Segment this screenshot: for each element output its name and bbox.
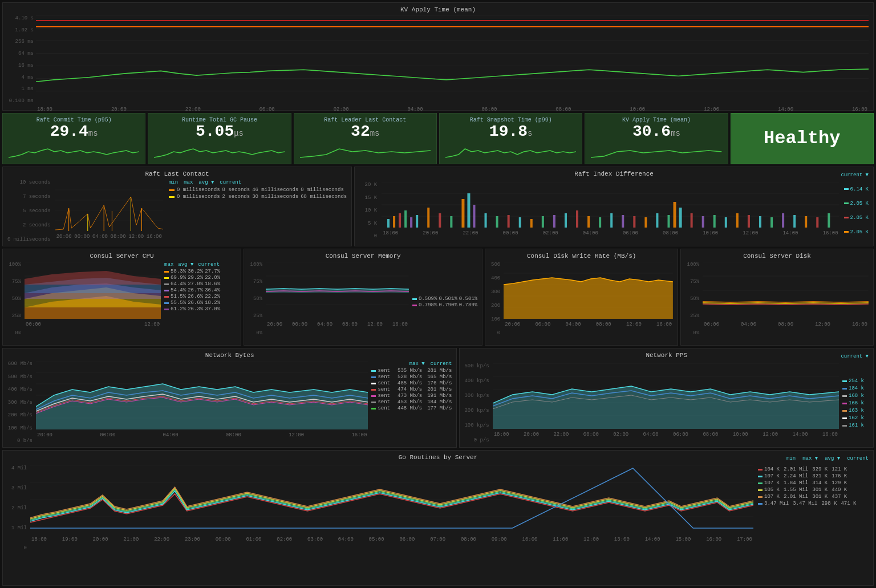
svg-rect-33 xyxy=(462,199,465,228)
net-pps-title: Network PPS xyxy=(566,352,768,359)
svg-rect-49 xyxy=(634,216,636,228)
svg-rect-43 xyxy=(565,213,567,228)
raft-last-contact-title: Raft Last Contact xyxy=(7,171,347,177)
svg-rect-39 xyxy=(519,217,521,228)
kv-chart-area: 18:00 20:00 22:00 00:00 02:00 04:00 06:0… xyxy=(36,15,869,104)
kv-apply-time-title: KV Apply Time (mean) xyxy=(7,6,869,13)
disk-write-x-axis: 20:00 00:00 04:00 08:00 12:00 16:00 xyxy=(504,322,673,327)
svg-rect-50 xyxy=(645,217,647,228)
network-bytes-panel: Network Bytes 600 Mb/s 500 Mb/s 400 Mb/s… xyxy=(2,348,457,448)
svg-marker-87 xyxy=(504,278,673,319)
stat-kv-apply: KV Apply Time (mean) 30.6ms xyxy=(585,113,728,164)
raft-lc-x-axis: 20:00 00:00 04:00 08:00 12:00 16:00 xyxy=(55,234,163,240)
svg-marker-76 xyxy=(25,271,161,285)
svg-rect-30 xyxy=(427,208,429,228)
stat-healthy: Healthy xyxy=(731,113,874,164)
stat-value-leader: 32ms xyxy=(300,124,431,140)
network-row: Network Bytes 600 Mb/s 500 Mb/s 400 Mb/s… xyxy=(2,348,874,448)
net-pps-y-axis: 500 kp/s 400 kp/s 300 kp/s 200 kp/s 100 … xyxy=(464,363,491,443)
stat-snapshot: Raft Snapshot Time (p99) 19.8s xyxy=(439,113,582,164)
cpu-x-axis: 00:00 12:00 xyxy=(25,322,161,327)
raft-idx-values: 6.14 K 2.05 K 2.05 K 2.05 K xyxy=(842,182,869,239)
svg-rect-27 xyxy=(404,210,407,228)
raft-index-current-label: current ▼ xyxy=(741,172,869,178)
raft-index-diff-panel: Raft Index Difference current ▼ 20 K 15 … xyxy=(354,167,874,246)
network-pps-panel: Network PPS current ▼ 500 kp/s 400 kp/s … xyxy=(459,348,874,448)
server-disk-panel: Consul Server Disk 100% 75% 50% 25% 0% xyxy=(680,249,874,346)
raft-lc-legend: min max avg ▼ current 0 milliseconds 8 s… xyxy=(165,180,347,242)
net-bytes-y-axis: 600 Mb/s 500 Mb/s 400 Mb/s 300 Mb/s 200 … xyxy=(7,361,35,444)
charts-row: Consul Server CPU 100% 75% 50% 25% 0% xyxy=(2,249,874,346)
cpu-y-axis: 100% 75% 50% 25% 0% xyxy=(7,262,23,336)
stat-row: Raft Commit Time (p95) 29.4ms Runtime To… xyxy=(2,113,874,164)
svg-rect-67 xyxy=(828,213,830,228)
stat-value-kv: 30.6ms xyxy=(591,124,721,140)
mid-section: Raft Last Contact 10 seconds 7 seconds 5… xyxy=(2,167,874,246)
svg-rect-44 xyxy=(576,210,578,228)
disk-write-chart-area: 20:00 00:00 04:00 08:00 12:00 16:00 xyxy=(504,262,673,336)
svg-rect-64 xyxy=(793,215,796,228)
svg-rect-41 xyxy=(542,216,544,228)
svg-rect-57 xyxy=(713,215,716,228)
svg-rect-55 xyxy=(691,213,693,228)
svg-rect-62 xyxy=(770,217,773,228)
dashboard: KV Apply Time (mean) 4.10 s 1.02 s 256 m… xyxy=(0,0,876,588)
svg-rect-59 xyxy=(736,213,739,228)
stat-value-raft-commit: 29.4ms xyxy=(9,124,139,140)
svg-rect-25 xyxy=(393,216,395,228)
raft-index-diff-title: Raft Index Difference xyxy=(486,171,741,177)
svg-rect-60 xyxy=(748,215,750,228)
raft-idx-chart-area: 18:00 20:00 22:00 00:00 02:00 04:00 06:0… xyxy=(382,182,839,239)
memory-title: Consul Server Memory xyxy=(249,253,477,259)
raft-idx-y-axis: 20 K 15 K 10 K 5 K 0 xyxy=(359,182,379,239)
cpu-title: Consul Server CPU xyxy=(7,253,236,259)
memory-x-axis: 20:00 00:00 04:00 08:00 12:00 16:00 xyxy=(266,322,409,327)
kv-apply-time-chart: KV Apply Time (mean) 4.10 s 1.02 s 256 m… xyxy=(2,2,874,111)
server-disk-chart-area: 00:00 04:00 08:00 12:00 16:00 xyxy=(703,262,869,336)
svg-rect-36 xyxy=(485,213,487,228)
svg-rect-47 xyxy=(610,213,613,228)
net-bytes-title: Network Bytes xyxy=(7,352,452,359)
memory-legend: 0.509%0.501%0.501% 0.798%0.790%0.789% xyxy=(410,262,477,336)
consul-cpu-panel: Consul Server CPU 100% 75% 50% 25% 0% xyxy=(2,249,241,346)
net-bytes-legend: max ▼ current sent535 Mb/s281 Mb/s sent5… xyxy=(369,361,452,444)
svg-rect-66 xyxy=(816,217,818,228)
kv-x-axis: 18:00 20:00 22:00 00:00 02:00 04:00 06:0… xyxy=(36,107,869,112)
svg-rect-58 xyxy=(725,217,727,228)
server-disk-y-axis: 100% 75% 50% 25% 0% xyxy=(686,262,701,336)
goroutines-legend: 104 K2.01 Mil329 K121 K 107 K2.24 Mil321… xyxy=(755,465,869,551)
goroutines-x-axis: 18:00 19:00 20:00 21:00 22:00 23:00 00:0… xyxy=(30,537,753,542)
raft-lc-y-axis: 10 seconds 7 seconds 5 seconds 2 seconds… xyxy=(7,180,53,242)
raft-idx-x-axis: 18:00 20:00 22:00 00:00 02:00 04:00 06:0… xyxy=(382,230,839,236)
svg-rect-26 xyxy=(399,213,401,228)
svg-rect-51 xyxy=(656,213,659,228)
svg-rect-42 xyxy=(553,215,555,228)
svg-rect-37 xyxy=(496,216,498,228)
stat-value-snapshot: 19.8s xyxy=(445,124,576,140)
kv-y-axis: 4.10 s 1.02 s 256 ms 64 ms 16 ms 4 ms 1 … xyxy=(7,15,36,104)
stat-gc-pause: Runtime Total GC Pause 5.05μs xyxy=(148,113,291,164)
svg-rect-61 xyxy=(759,216,761,228)
svg-rect-65 xyxy=(805,216,807,228)
server-disk-title: Consul Server Disk xyxy=(686,253,869,259)
stat-raft-commit: Raft Commit Time (p95) 29.4ms xyxy=(2,113,145,164)
goroutines-title: Go Routines by Server xyxy=(223,454,654,461)
svg-rect-53 xyxy=(674,202,676,228)
svg-rect-35 xyxy=(473,205,476,228)
goroutines-y-axis: 4 Mil 3 Mil 2 Mil 1 Mil 0 xyxy=(7,465,29,551)
goroutines-chart-area: 18:00 19:00 20:00 21:00 22:00 23:00 00:0… xyxy=(30,465,753,551)
svg-rect-63 xyxy=(782,213,784,228)
net-pps-x-axis: 18:00 20:00 22:00 00:00 02:00 04:00 06:0… xyxy=(493,432,839,437)
stat-value-healthy: Healthy xyxy=(764,129,840,148)
cpu-legend: max avg ▼ current 58.3%30.2%27.7% 69.9%2… xyxy=(162,262,236,336)
disk-write-y-axis: 500 400 300 200 100 0 xyxy=(490,262,502,336)
svg-rect-46 xyxy=(599,217,601,228)
net-bytes-x-axis: 20:00 00:00 04:00 08:00 12:00 16:00 xyxy=(36,432,368,438)
stat-leader-contact: Raft Leader Last Contact 32ms xyxy=(294,113,437,164)
net-pps-chart-area: 18:00 20:00 22:00 00:00 02:00 04:00 06:0… xyxy=(493,363,839,443)
net-bytes-chart-area: 20:00 00:00 04:00 08:00 12:00 16:00 xyxy=(36,361,368,444)
raft-lc-chart-area: 20:00 00:00 04:00 08:00 12:00 16:00 xyxy=(55,180,163,242)
net-pps-legend: 254 k 184 k 168 k 166 k xyxy=(840,363,869,443)
svg-rect-40 xyxy=(530,219,533,228)
svg-rect-32 xyxy=(451,216,453,228)
